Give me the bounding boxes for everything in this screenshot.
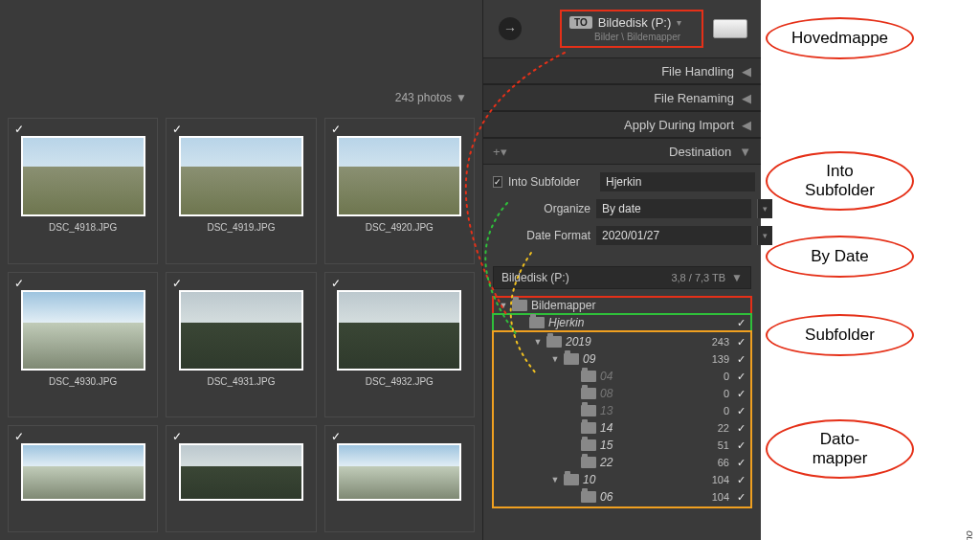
thumbnail-cell[interactable]: ✓DSC_4931.JPG xyxy=(166,272,316,418)
checkmark-icon[interactable]: ✓ xyxy=(14,123,24,136)
tree-node[interactable]: 2266✓ xyxy=(493,454,751,471)
thumbnail-cell[interactable]: ✓ xyxy=(8,425,158,532)
disclosure-triangle-icon[interactable]: ▼ xyxy=(533,337,543,347)
chevron-down-icon[interactable]: ▼ xyxy=(456,91,467,104)
callout-by-date: By Date xyxy=(766,236,914,278)
drive-row[interactable]: Bildedisk (P:) 3,8 / 7,3 TB ▼ xyxy=(493,266,751,289)
disclosure-triangle-icon[interactable]: ▼ xyxy=(550,475,560,484)
organize-select[interactable] xyxy=(596,199,751,218)
disclosure-triangle-icon[interactable]: ▼ xyxy=(550,354,560,364)
tree-node-label: 06 xyxy=(600,490,612,504)
tree-node-count: 104 xyxy=(712,491,733,503)
tree-node[interactable]: 1422✓ xyxy=(493,419,751,437)
checkmark-icon[interactable]: ✓ xyxy=(331,430,341,443)
disclosure-triangle-icon[interactable]: ▼ xyxy=(499,301,508,310)
tree-node[interactable]: ▼Bildemapper xyxy=(493,297,751,314)
thumbnail-image[interactable] xyxy=(21,290,145,371)
thumbnail-image[interactable] xyxy=(179,136,303,216)
chevron-left-icon: ◀ xyxy=(742,118,751,132)
checkmark-icon[interactable]: ✓ xyxy=(737,405,746,417)
tree-node[interactable]: 040✓ xyxy=(493,368,751,385)
chevron-left-icon: ◀ xyxy=(742,91,751,105)
tree-node-count: 22 xyxy=(718,422,733,434)
section-file-renaming[interactable]: File Renaming◀ xyxy=(483,84,761,111)
date-format-row: Date Format ▾ xyxy=(493,226,751,245)
checkmark-icon[interactable]: ✓ xyxy=(737,422,746,435)
section-destination[interactable]: +▾ Destination▼ xyxy=(483,138,761,165)
thumbnail-image[interactable] xyxy=(179,290,303,371)
tree-node-label: 04 xyxy=(600,370,612,383)
filename: DSC_4931.JPG xyxy=(207,376,275,387)
checkmark-icon[interactable]: ✓ xyxy=(737,353,746,366)
tree-node-label: 22 xyxy=(600,456,612,469)
thumbnail-cell[interactable]: ✓DSC_4920.JPG xyxy=(324,118,475,264)
section-apply-during-import[interactable]: Apply During Import◀ xyxy=(483,111,761,138)
tree-node[interactable]: 06104✓ xyxy=(493,488,751,506)
checkmark-icon[interactable]: ✓ xyxy=(172,123,182,136)
destination-drive-title: Bildedisk (P:) xyxy=(598,15,672,30)
checkmark-icon[interactable]: ✓ xyxy=(331,123,341,136)
thumbnail-image[interactable] xyxy=(21,443,145,501)
tree-node-count: 0 xyxy=(724,388,733,399)
tree-node[interactable]: ▼10104✓ xyxy=(493,471,751,488)
checkmark-icon[interactable]: ✓ xyxy=(172,430,182,443)
thumbnail-image[interactable] xyxy=(337,443,461,501)
checkmark-icon[interactable]: ✓ xyxy=(172,277,182,290)
tree-node[interactable]: 130✓ xyxy=(493,402,751,419)
subfolder-input[interactable] xyxy=(600,172,755,191)
thumbnail-cell[interactable]: ✓DSC_4918.JPG xyxy=(8,118,158,264)
checkmark-icon[interactable]: ✓ xyxy=(737,317,746,329)
destination-drive-box[interactable]: TO Bildedisk (P:) ▾ Bilder \ Bildemapper xyxy=(560,10,703,48)
section-file-handling[interactable]: File Handling◀ xyxy=(483,57,761,84)
into-subfolder-checkbox[interactable]: ✓ xyxy=(493,176,502,188)
chevron-down-icon: ▼ xyxy=(739,145,751,159)
tree-node-count: 51 xyxy=(718,439,733,451)
destination-body: ✓ Into Subfolder Organize ▾ Date Format … xyxy=(483,165,761,515)
plus-icon[interactable]: +▾ xyxy=(493,145,507,159)
checkmark-icon[interactable]: ✓ xyxy=(14,277,24,290)
tree-node-label: 10 xyxy=(583,473,595,486)
thumbnail-image[interactable] xyxy=(337,290,461,371)
tree-node[interactable]: 1551✓ xyxy=(493,437,751,454)
tree-node[interactable]: 080✓ xyxy=(493,385,751,402)
checkmark-icon[interactable]: ✓ xyxy=(737,336,746,349)
thumbnail-cell[interactable]: ✓ xyxy=(324,425,475,532)
checkmark-icon[interactable]: ✓ xyxy=(737,474,746,486)
tree-node-label: 15 xyxy=(600,439,612,452)
thumbnail-grid: ✓DSC_4918.JPG✓DSC_4919.JPG✓DSC_4920.JPG✓… xyxy=(0,110,482,540)
grid-header: 243 photos ▼ xyxy=(0,0,482,110)
checkmark-icon[interactable]: ✓ xyxy=(737,491,746,504)
thumbnail-cell[interactable]: ✓DSC_4930.JPG xyxy=(8,272,158,418)
thumbnail-image[interactable] xyxy=(179,443,303,501)
folder-icon xyxy=(581,405,596,416)
tree-node[interactable]: Hjerkin✓ xyxy=(493,314,751,331)
thumbnail-image[interactable] xyxy=(337,136,461,216)
filename: DSC_4930.JPG xyxy=(49,376,117,387)
folder-icon xyxy=(564,474,579,485)
checkmark-icon[interactable]: ✓ xyxy=(737,457,746,469)
folder-icon xyxy=(581,371,596,382)
checkmark-icon[interactable]: ✓ xyxy=(737,371,746,383)
thumbnail-cell[interactable]: ✓DSC_4932.JPG xyxy=(324,272,475,418)
to-badge: TO xyxy=(569,16,592,29)
thumbnail-cell[interactable]: ✓DSC_4919.JPG xyxy=(166,118,316,264)
filename: DSC_4919.JPG xyxy=(207,222,275,233)
tree-node-label: 13 xyxy=(600,404,612,417)
checkmark-icon[interactable]: ✓ xyxy=(737,388,746,400)
checkmark-icon[interactable]: ✓ xyxy=(331,277,341,290)
checkmark-icon[interactable]: ✓ xyxy=(14,430,24,443)
date-format-label: Date Format xyxy=(493,229,590,242)
drive-icon xyxy=(713,19,747,38)
tree-node[interactable]: ▼2019243✓ xyxy=(493,333,751,350)
credit: © arnoldfoto.no xyxy=(963,530,974,540)
tree-node[interactable]: ▼09139✓ xyxy=(493,350,751,368)
date-format-select[interactable] xyxy=(596,226,751,245)
callout-datomapper: Dato- mapper xyxy=(766,419,914,479)
filename: DSC_4932.JPG xyxy=(366,376,434,387)
arrow-right-icon[interactable]: → xyxy=(499,17,522,40)
thumbnail-cell[interactable]: ✓ xyxy=(166,425,316,532)
thumbnail-grid-panel: 243 photos ▼ ✓DSC_4918.JPG✓DSC_4919.JPG✓… xyxy=(0,0,483,540)
checkmark-icon[interactable]: ✓ xyxy=(737,439,746,452)
annotations: Hovedmappe Into Subfolder By Date Subfol… xyxy=(766,0,976,540)
thumbnail-image[interactable] xyxy=(21,136,145,216)
